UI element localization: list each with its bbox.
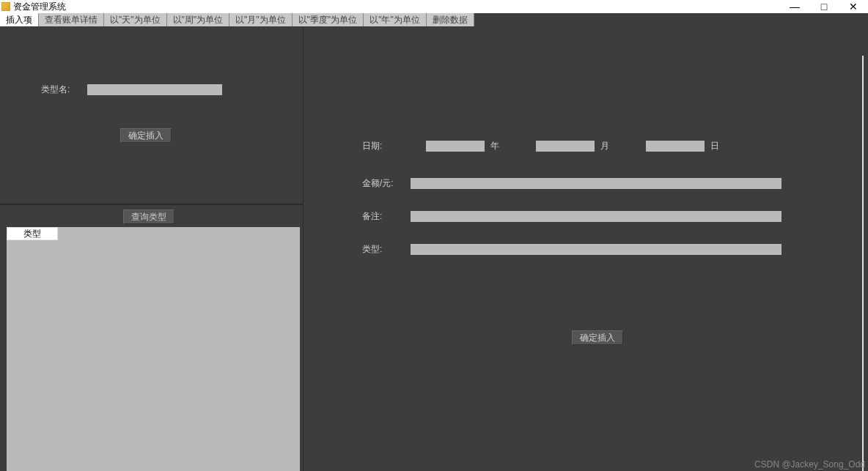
date-row: 日期: 年 月 日: [362, 140, 839, 152]
main-content: 类型名: 确定插入 查询类型 类型 日期: 年 月 日 金额/元:: [0, 26, 868, 471]
amount-label: 金额/元:: [362, 177, 411, 190]
maximize-button[interactable]: □: [809, 0, 839, 13]
app-icon: [1, 2, 10, 11]
confirm-insert-record-button[interactable]: 确定插入: [572, 330, 623, 345]
note-row: 备注:: [362, 210, 839, 223]
title-bar: 资金管理系统 — □ ✕: [0, 0, 868, 13]
year-unit: 年: [490, 140, 499, 152]
tab-by-week[interactable]: 以"周"为单位: [167, 13, 230, 26]
close-button[interactable]: ✕: [839, 0, 868, 13]
type-label: 类型:: [362, 243, 411, 256]
window-title: 资金管理系统: [13, 1, 66, 13]
tab-view-bill-detail[interactable]: 查看账单详情: [39, 13, 104, 26]
scrollbar[interactable]: [862, 56, 864, 471]
tab-by-month[interactable]: 以"月"为单位: [229, 13, 293, 26]
note-label: 备注:: [362, 210, 411, 223]
confirm-insert-type-button[interactable]: 确定插入: [120, 128, 172, 143]
type-name-row: 类型名:: [41, 84, 222, 96]
note-input[interactable]: [411, 211, 781, 222]
day-unit: 日: [710, 140, 719, 152]
amount-input[interactable]: [411, 178, 781, 189]
type-row: 类型:: [362, 243, 839, 256]
tab-by-year[interactable]: 以"年"为单位: [364, 13, 427, 26]
tab-delete-data[interactable]: 删除数据: [427, 13, 474, 26]
month-input[interactable]: [536, 141, 595, 152]
watermark: CSDN @Jackey_Song_Odd: [754, 459, 865, 470]
date-label: 日期:: [362, 140, 382, 152]
amount-row: 金额/元:: [362, 177, 839, 190]
type-list[interactable]: 类型: [7, 227, 300, 471]
type-name-input[interactable]: [87, 84, 222, 95]
tab-by-quarter[interactable]: 以"季度"为单位: [293, 13, 364, 26]
type-insert-panel: 类型名: 确定插入: [0, 26, 303, 205]
day-input[interactable]: [646, 141, 705, 152]
type-name-label: 类型名:: [41, 84, 70, 96]
month-unit: 月: [600, 140, 609, 152]
tab-insert[interactable]: 插入项: [0, 13, 39, 26]
right-pane: 日期: 年 月 日 金额/元: 备注: 类型: 确定插入: [304, 26, 868, 471]
window-controls: — □ ✕: [780, 0, 868, 13]
tab-bar: 插入项 查看账单详情 以"天"为单位 以"周"为单位 以"月"为单位 以"季度"…: [0, 13, 868, 26]
minimize-button[interactable]: —: [780, 0, 809, 13]
query-type-button[interactable]: 查询类型: [123, 209, 174, 224]
tab-by-day[interactable]: 以"天"为单位: [104, 13, 167, 26]
type-list-header: 类型: [7, 227, 58, 240]
year-input[interactable]: [426, 141, 485, 152]
left-pane: 类型名: 确定插入 查询类型 类型: [0, 26, 304, 471]
type-input[interactable]: [411, 244, 781, 255]
